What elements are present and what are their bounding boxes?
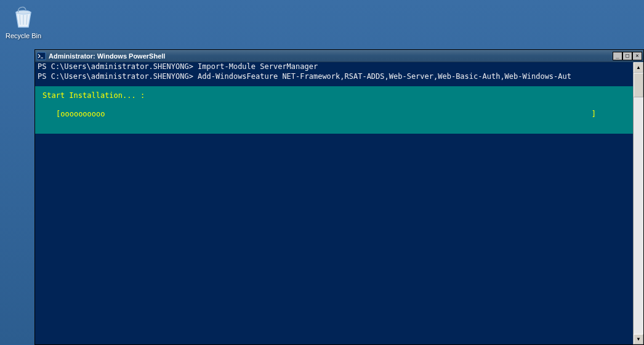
svg-rect-1 bbox=[37, 52, 46, 60]
scroll-up-button[interactable]: ▲ bbox=[634, 62, 643, 73]
console-line: PS C:\Users\administrator.SHENYONG> Impo… bbox=[35, 62, 633, 72]
progress-bar-open: [ bbox=[56, 110, 60, 120]
progress-bar-fill: oooooooooo bbox=[60, 110, 105, 120]
minimize-button[interactable]: _ bbox=[613, 52, 622, 60]
progress-title: Start Installation... : bbox=[38, 91, 630, 101]
prompt: PS C:\Users\administrator.SHENYONG> bbox=[38, 72, 193, 81]
console-line: PS C:\Users\administrator.SHENYONG> Add-… bbox=[35, 72, 633, 82]
powershell-icon bbox=[36, 51, 46, 61]
progress-bar-space bbox=[105, 110, 591, 120]
vertical-scrollbar[interactable]: ▲ ▼ bbox=[633, 62, 643, 344]
maximize-button[interactable]: □ bbox=[622, 52, 632, 60]
progress-bar: [oooooooooo] bbox=[38, 110, 630, 120]
scroll-thumb[interactable] bbox=[634, 73, 643, 97]
window-title: Administrator: Windows PowerShell bbox=[49, 52, 613, 60]
command-text: Import-Module ServerManager bbox=[198, 62, 318, 71]
command-text: Add-WindowsFeature NET-Framework,RSAT-AD… bbox=[198, 72, 571, 81]
powershell-window: Administrator: Windows PowerShell _ □ ✕ … bbox=[34, 49, 644, 345]
recycle-bin-icon bbox=[11, 5, 36, 30]
progress-bar-close: ] bbox=[592, 110, 630, 120]
window-controls: _ □ ✕ bbox=[613, 52, 642, 60]
progress-block: Start Installation... : [oooooooooo] bbox=[35, 86, 633, 134]
window-titlebar[interactable]: Administrator: Windows PowerShell _ □ ✕ bbox=[35, 50, 643, 62]
console-area: PS C:\Users\administrator.SHENYONG> Impo… bbox=[35, 62, 643, 344]
console-content[interactable]: PS C:\Users\administrator.SHENYONG> Impo… bbox=[35, 62, 633, 344]
close-button[interactable]: ✕ bbox=[632, 52, 642, 60]
scroll-down-button[interactable]: ▼ bbox=[634, 334, 643, 344]
recycle-bin-desktop-icon[interactable]: Recycle Bin bbox=[5, 5, 42, 39]
prompt: PS C:\Users\administrator.SHENYONG> bbox=[38, 62, 193, 71]
scroll-track[interactable] bbox=[634, 73, 643, 334]
recycle-bin-label: Recycle Bin bbox=[5, 32, 42, 39]
